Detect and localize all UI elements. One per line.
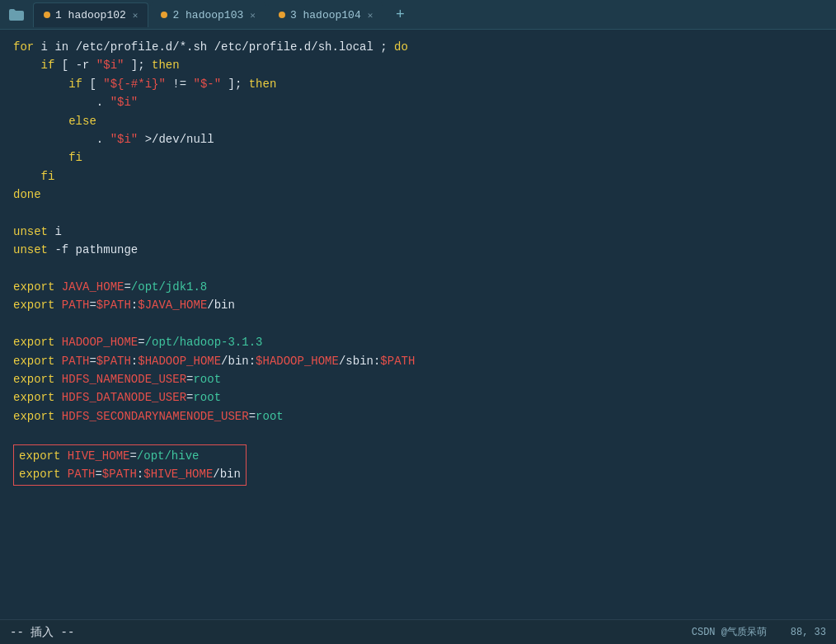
cursor-position: 88, 33 — [791, 627, 826, 638]
code-line: . "$i" >/dev/null — [13, 130, 823, 148]
tab-close-icon[interactable]: ✕ — [133, 10, 139, 21]
code-line: export HDFS_DATANODE_USER=root — [13, 388, 823, 407]
code-line: fi — [13, 148, 823, 167]
tab-dot — [161, 12, 167, 18]
code-line: unset -f pathmunge — [13, 241, 823, 259]
status-bar: -- 插入 -- CSDN @气质呆萌 88, 33 — [0, 619, 836, 644]
status-info: CSDN @气质呆萌 88, 33 — [692, 625, 826, 639]
code-editor[interactable]: for i in /etc/profile.d/*.sh /etc/profil… — [0, 30, 836, 619]
code-line: export HDFS_NAMENODE_USER=root — [13, 370, 823, 388]
code-line: . "$i" — [13, 93, 823, 111]
tab-hadoop102[interactable]: 1 hadoop102 ✕ — [33, 2, 148, 27]
code-line: export PATH=$PATH:$HIVE_HOME/bin — [19, 465, 241, 483]
csdn-label: CSDN @气质呆萌 — [692, 627, 767, 638]
tab-hadoop104[interactable]: 3 hadoop104 ✕ — [268, 2, 383, 27]
code-line — [13, 425, 823, 444]
tab-dot — [44, 12, 50, 18]
tab-hadoop103[interactable]: 2 hadoop103 ✕ — [150, 2, 265, 27]
tab-bar: 1 hadoop102 ✕ 2 hadoop103 ✕ 3 hadoop104 … — [0, 0, 836, 30]
new-tab-button[interactable]: + — [388, 3, 411, 26]
code-line — [13, 260, 823, 278]
tab-label: 3 hadoop104 — [290, 9, 361, 21]
folder-icon[interactable] — [3, 2, 30, 28]
tab-dot — [279, 12, 285, 18]
tab-close-icon[interactable]: ✕ — [250, 10, 256, 21]
editor-mode: -- 插入 -- — [10, 625, 74, 640]
code-line: export PATH=$PATH:$JAVA_HOME/bin — [13, 296, 823, 314]
code-line: unset i — [13, 223, 823, 241]
tab-label: 1 hadoop102 — [55, 9, 126, 21]
code-line: if [ -r "$i" ]; then — [13, 56, 823, 74]
highlighted-code-block: export HIVE_HOME=/opt/hive export PATH=$… — [13, 444, 247, 487]
code-line: else — [13, 112, 823, 130]
code-line: export PATH=$PATH:$HADOOP_HOME/bin:$HADO… — [13, 352, 823, 370]
code-line: fi — [13, 167, 823, 186]
code-line — [13, 315, 823, 333]
tab-label: 2 hadoop103 — [172, 9, 243, 21]
code-line: if [ "${-#*i}" != "$-" ]; then — [13, 75, 823, 93]
code-line — [13, 204, 823, 223]
code-line: done — [13, 186, 823, 204]
code-line: export HADOOP_HOME=/opt/hadoop-3.1.3 — [13, 333, 823, 351]
code-line: export HDFS_SECONDARYNAMENODE_USER=root — [13, 407, 823, 425]
code-line: for i in /etc/profile.d/*.sh /etc/profil… — [13, 38, 823, 56]
code-line: export HIVE_HOME=/opt/hive — [19, 447, 241, 465]
code-line: export JAVA_HOME=/opt/jdk1.8 — [13, 278, 823, 296]
tab-close-icon[interactable]: ✕ — [368, 10, 373, 21]
